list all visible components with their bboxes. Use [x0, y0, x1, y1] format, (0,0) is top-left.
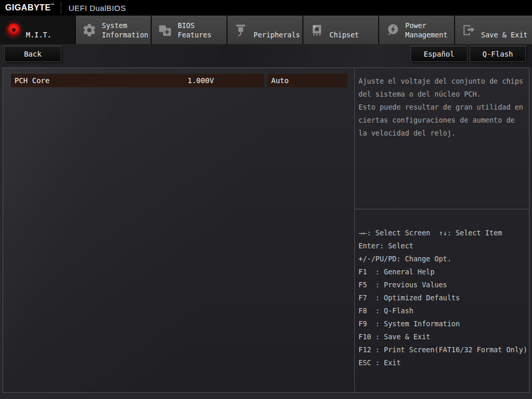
shortcut-select-screen-item: →←: Select Screen ↑↓: Select Item — [358, 227, 529, 240]
gigabyte-logo-text: GIGABYTE — [5, 3, 51, 12]
shortcut-f1: F1 : General Help — [358, 265, 529, 278]
red-record-icon — [5, 21, 22, 39]
shortcut-change-opt: +/-/PU/PD: Change Opt. — [358, 252, 529, 265]
toolbar-row: Back Español Q-Flash — [0, 44, 532, 68]
shortcut-f9: F9 : System Information — [358, 317, 529, 330]
shortcut-f8: F8 : Q-Flash — [358, 304, 529, 317]
shortcut-esc: ESC : Exit — [358, 356, 529, 369]
qflash-button[interactable]: Q-Flash — [470, 46, 526, 62]
trademark-symbol: ™ — [51, 3, 55, 7]
tab-power-management-label: Power Management — [405, 21, 447, 39]
chip-plus-icon — [157, 21, 174, 39]
peripheral-icon — [233, 21, 249, 39]
setting-name: PCH Core — [15, 76, 49, 85]
main-content-box: PCH Core 1.000V Auto Ajuste el voltaje d… — [3, 68, 529, 393]
shortcut-list: →←: Select Screen ↑↓: Select Item Enter:… — [355, 209, 529, 392]
tab-chipset-label: Chipset — [329, 30, 359, 39]
power-bolt-icon — [384, 21, 401, 39]
shortcut-f10: F10 : Save & Exit — [358, 330, 529, 343]
pch-core-option-select[interactable]: Auto — [268, 74, 348, 87]
save-exit-icon — [460, 21, 477, 39]
back-button[interactable]: Back — [4, 46, 61, 62]
bios-title: UEFI DualBIOS — [69, 4, 126, 12]
top-bar: GIGABYTE™ UEFI DualBIOS — [0, 0, 532, 16]
tab-chipset[interactable]: Chipset — [303, 16, 378, 44]
shortcut-enter: Enter: Select — [358, 240, 529, 252]
help-text: Ajuste el voltaje del conjunto de chips … — [355, 68, 529, 209]
topbar-divider — [61, 2, 61, 14]
gigabyte-logo: GIGABYTE™ — [5, 3, 55, 12]
shortcut-f12: F12 : Print Screen(FAT16/32 Format Only) — [358, 343, 529, 356]
setting-voltage-value: 1.000V — [188, 76, 214, 85]
bios-setup-screen: GIGABYTE™ UEFI DualBIOS M.I.T. System In… — [0, 0, 532, 399]
tab-system-information-label: System Information — [102, 21, 148, 39]
tab-power-management[interactable]: Power Management — [379, 16, 454, 44]
tab-mit-label: M.I.T. — [26, 30, 51, 39]
chipset-icon — [309, 21, 325, 39]
tab-mit[interactable]: M.I.T. — [0, 16, 75, 44]
tab-bios-features[interactable]: BIOS Features — [152, 16, 227, 44]
settings-pane: PCH Core 1.000V Auto — [3, 68, 355, 392]
tab-peripherals-label: Peripherals — [254, 30, 300, 39]
tab-system-information[interactable]: System Information — [76, 16, 151, 44]
help-pane: Ajuste el voltaje del conjunto de chips … — [355, 68, 529, 392]
tab-bios-features-label: BIOS Features — [178, 21, 211, 39]
tab-bar: M.I.T. System Information BIOS Features … — [0, 16, 532, 44]
tab-save-exit[interactable]: Save & Exit — [455, 16, 532, 44]
setting-row-pch-core: PCH Core 1.000V Auto — [11, 74, 348, 87]
tab-peripherals[interactable]: Peripherals — [228, 16, 302, 44]
gear-icon — [81, 21, 98, 39]
language-button[interactable]: Español — [410, 46, 468, 62]
shortcut-f7: F7 : Optimized Defaults — [358, 291, 529, 304]
shortcut-f5: F5 : Previous Values — [358, 278, 529, 291]
pch-core-field[interactable]: PCH Core 1.000V — [11, 74, 264, 87]
tab-save-exit-label: Save & Exit — [481, 30, 527, 39]
